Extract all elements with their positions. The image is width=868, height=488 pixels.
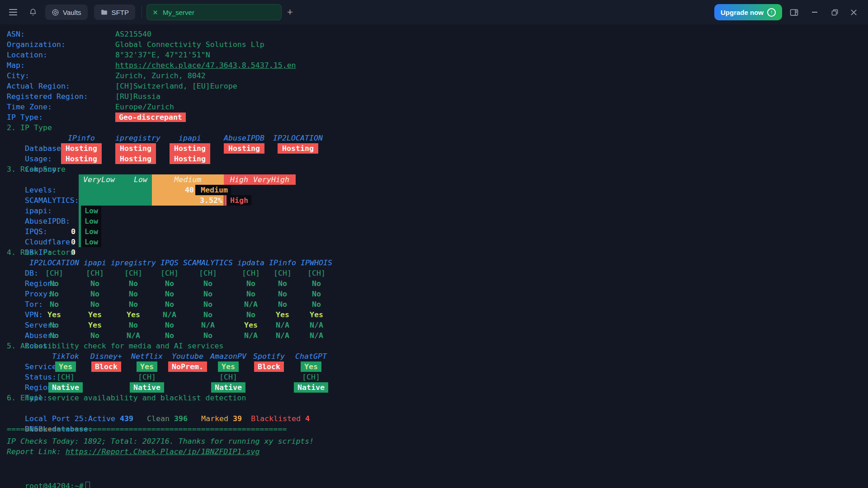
rf-cell: No <box>149 320 190 330</box>
rf-cell: No <box>149 289 190 299</box>
level-veryhigh: VeryHigh <box>253 174 289 185</box>
usage-badge: Hosting <box>170 143 210 154</box>
row-organization: Organization:Global Connectivity Solutio… <box>7 39 861 50</box>
row-ip-type: IP Type:Geo-discrepant <box>7 112 861 122</box>
scamalytics-score: 40 <box>152 185 195 195</box>
time-zone-label: Time Zone: <box>7 102 115 112</box>
service-header: Netflix <box>127 351 167 361</box>
rf-cell: No <box>188 289 228 299</box>
registered-region-label: Registered Region: <box>7 91 115 102</box>
rf-cell: No <box>113 299 154 310</box>
service-header: TikTok <box>45 351 86 361</box>
asn-value: AS215540 <box>115 30 151 38</box>
company-badge: Hosting <box>61 154 102 164</box>
sftp-button[interactable]: SFTP <box>94 5 135 20</box>
rf-cell: No <box>149 278 190 289</box>
status-badge: Block <box>91 361 121 372</box>
shell-prompt: root@44204:~# <box>25 482 84 488</box>
dbip-level: Low <box>81 237 101 247</box>
rf-cell: No <box>188 278 228 289</box>
terminal-cursor <box>85 482 90 488</box>
level-medium: Medium <box>175 175 202 184</box>
rf-cell: N/A <box>296 320 337 330</box>
service-header: Youtube <box>167 351 208 361</box>
rf-cell: No <box>296 278 337 289</box>
risk-row-abuseipdb: AbuseIPDB: 0 Low <box>7 206 861 216</box>
terminal-output: ASN:AS215540 Organization:Global Connect… <box>7 29 861 481</box>
ipapi-score: 3.52% <box>152 195 224 206</box>
rf-cell: N/A <box>149 310 190 320</box>
notifications-bell-icon[interactable] <box>27 6 39 18</box>
section5-title: 5. Accessibility check for media and AI … <box>7 341 861 351</box>
scamalytics-level: Medium <box>198 185 231 195</box>
dnsbl-active-value: 439 <box>120 414 133 423</box>
native-badge: Native <box>48 382 83 393</box>
section4-header-row: DB: IP2LOCATION ipapi ipregistry IPQS SC… <box>7 258 861 268</box>
upgrade-now-button[interactable]: Upgrade now ↑ <box>714 4 782 20</box>
close-window-button[interactable] <box>844 0 863 24</box>
vaults-button[interactable]: Vaults <box>45 5 88 20</box>
dnsbl-active-label: Active <box>88 414 115 423</box>
rf-cell: No <box>75 299 115 310</box>
row-asn: ASN:AS215540 <box>7 29 861 39</box>
rf-cell: [CH] <box>34 268 75 278</box>
vault-icon <box>52 9 59 16</box>
row-city: City:Zurich, Zurich, 8042 <box>7 70 861 81</box>
rf-row-abuser: Abuser: No Yes No No N/A Yes N/A N/A <box>7 320 861 330</box>
media-service-row: Service: TikTok Disney+ Netflix Youtube … <box>7 351 861 361</box>
dnsbl-clean-label: Clean <box>147 414 170 423</box>
hamburger-menu-icon[interactable] <box>7 6 19 18</box>
status-badge: Yes <box>137 361 157 372</box>
section2-db-header-row: Database: IPinfo ipregistry ipapi AbuseI… <box>7 133 861 143</box>
new-tab-button[interactable]: + <box>287 6 293 18</box>
folder-icon <box>100 9 108 16</box>
tab-title: My_server <box>163 9 194 16</box>
rf-row-vpn: VPN: No No No No No N/A No No <box>7 299 861 310</box>
close-tab-icon[interactable] <box>152 9 158 15</box>
minimize-button[interactable] <box>806 0 824 24</box>
rf-cell: No <box>34 320 75 330</box>
rf-row-proxy: Proxy: No No No No No No No No <box>7 278 861 289</box>
rf-row-tor: Tor: No No No No No No No No <box>7 289 861 299</box>
rf-cell: No <box>75 289 115 299</box>
report-link-row: Report Link: https://Report.Check.Place/… <box>7 446 861 457</box>
tab-divider <box>142 6 142 18</box>
rf-cell: [CH] <box>149 268 190 278</box>
port25-row: Local Port 25: Blocked <box>7 403 861 413</box>
panel-toggle-icon[interactable] <box>785 0 803 24</box>
service-header: Spotify <box>249 351 289 361</box>
rf-cell: Yes <box>34 310 75 320</box>
section2-title: 2. IP Type <box>7 122 861 133</box>
status-badge: NoPrem. <box>168 361 207 372</box>
tab-my-server[interactable]: My_server <box>146 4 282 20</box>
db-header: IP2LOCATION <box>271 133 325 143</box>
rf-cell: Yes <box>113 310 154 320</box>
row-actual-region: Actual Region:[CH]Switzerland, [EU]Europ… <box>7 81 861 91</box>
time-zone-value: Europe/Zurich <box>115 103 174 111</box>
status-badge: Yes <box>55 361 76 372</box>
rf-cell: [CH] <box>75 268 115 278</box>
service-header: ChatGPT <box>291 351 331 361</box>
checks-summary-line: IP Checks Today: 1892; Total: 202716. Th… <box>7 436 861 446</box>
shell-prompt-row[interactable]: root@44204:~# <box>7 470 861 481</box>
service-header: AmazonPV <box>208 351 249 361</box>
rf-row-region: Region: [CH] [CH] [CH] [CH] [CH] [CH] [C… <box>7 268 861 278</box>
risk-row-ipqs: IPQS: 0 Low <box>7 216 861 226</box>
native-badge: Native <box>211 382 245 393</box>
media-region: [CH] <box>291 372 331 382</box>
rf-cell: [CH] <box>113 268 154 278</box>
media-region: [CH] <box>208 372 249 382</box>
city-label: City: <box>7 70 115 81</box>
rf-cell: No <box>34 330 75 341</box>
maximize-button[interactable] <box>826 0 844 24</box>
dnsbl-blacklisted-label: Blacklisted <box>251 414 301 423</box>
rf-cell: Yes <box>296 310 337 320</box>
map-link[interactable]: https://check.place/47.3643,8.5437,15,en <box>115 61 296 70</box>
media-region-row: Region: [CH] [CH] [CH] [CH] <box>7 372 861 382</box>
media-status-row: Status: Yes Block Yes NoPrem. Yes Block … <box>7 361 861 372</box>
section2-usage-row: Usage: Hosting Hosting Hosting Hosting H… <box>7 143 861 154</box>
report-link[interactable]: https://Report.Check.Place/ip/1BNZFDIP1.… <box>66 447 260 456</box>
media-type-row: Type: Native Native Native Native <box>7 382 861 393</box>
abuseipdb-level: Low <box>81 206 101 216</box>
native-badge: Native <box>130 382 164 393</box>
